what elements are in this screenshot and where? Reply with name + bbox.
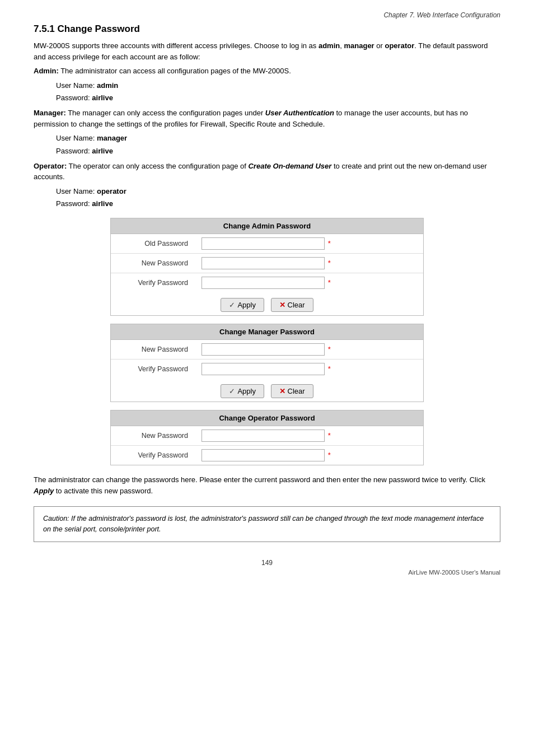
intro-line1: MW-2000S supports three accounts with di… [34, 40, 500, 62]
operator-password: Password: airlive [56, 198, 500, 210]
table-row: New Password * [111, 426, 423, 446]
x-icon: ✕ [279, 301, 285, 309]
manager-apply-label: Apply [237, 387, 256, 395]
table-row: Verify Password * [111, 273, 423, 293]
table-row: Verify Password * [111, 360, 423, 379]
operator-intro: Operator: The operator can only access t… [34, 161, 500, 183]
required-dot: * [328, 451, 331, 459]
verify-password-operator-input[interactable] [202, 449, 325, 461]
description: The administrator can change the passwor… [34, 474, 500, 496]
footer-brand: AirLive MW-2000S User's Manual [34, 569, 500, 576]
check-icon: ✓ [229, 387, 235, 395]
admin-apply-label: Apply [237, 301, 256, 309]
page-number: 149 [34, 559, 500, 567]
old-password-label: Old Password [111, 234, 195, 254]
chapter-header: Chapter 7. Web Interface Configuration [34, 11, 500, 19]
verify-password-operator-label: Verify Password [111, 446, 195, 465]
admin-intro: Admin: The administrator can access all … [34, 66, 500, 77]
caution-text: Caution: If the administrator's password… [43, 515, 484, 533]
table-row: Old Password * [111, 234, 423, 254]
required-dot: * [328, 365, 331, 373]
required-dot: * [328, 345, 331, 353]
old-password-admin-input[interactable] [202, 237, 325, 250]
manager-intro: Manager: The manager can only access the… [34, 108, 500, 129]
admin-clear-label: Clear [288, 301, 305, 309]
caution-box: Caution: If the administrator's password… [34, 506, 500, 542]
required-dot: * [328, 239, 331, 248]
admin-button-row: ✓ Apply ✕ Clear [111, 292, 423, 315]
admin-password-table: Change Admin Password Old Password * New… [110, 218, 424, 316]
verify-password-manager-input[interactable] [202, 363, 325, 375]
new-password-admin-label: New Password [111, 254, 195, 273]
admin-table-title: Change Admin Password [111, 218, 423, 234]
operator-password-table: Change Operator Password New Password * … [110, 410, 424, 465]
admin-apply-button[interactable]: ✓ Apply [221, 298, 264, 312]
manager-apply-button[interactable]: ✓ Apply [221, 384, 264, 398]
new-password-operator-label: New Password [111, 426, 195, 446]
admin-password: Password: airlive [56, 92, 500, 104]
section-title: 7.5.1 Change Password [34, 24, 500, 35]
manager-clear-label: Clear [288, 387, 305, 395]
manager-password: Password: airlive [56, 146, 500, 157]
x-icon: ✕ [279, 387, 285, 395]
table-row: Verify Password * [111, 446, 423, 465]
required-dot: * [328, 431, 331, 440]
operator-username: User Name: operator [56, 186, 500, 198]
verify-password-admin-input[interactable] [202, 277, 325, 289]
table-row: New Password * [111, 340, 423, 360]
check-icon: ✓ [229, 301, 235, 309]
new-password-manager-input[interactable] [202, 343, 325, 356]
verify-password-admin-label: Verify Password [111, 273, 195, 293]
admin-username: User Name: admin [56, 80, 500, 92]
manager-button-row: ✓ Apply ✕ Clear [111, 379, 423, 402]
new-password-operator-input[interactable] [202, 430, 325, 442]
required-dot: * [328, 278, 331, 287]
verify-password-manager-label: Verify Password [111, 360, 195, 379]
new-password-admin-input[interactable] [202, 257, 325, 269]
admin-clear-button[interactable]: ✕ Clear [271, 298, 313, 312]
manager-clear-button[interactable]: ✕ Clear [271, 384, 313, 398]
operator-table-title: Change Operator Password [111, 410, 423, 426]
table-row: New Password * [111, 254, 423, 273]
manager-table-title: Change Manager Password [111, 324, 423, 340]
manager-password-table: Change Manager Password New Password * V… [110, 324, 424, 402]
manager-username: User Name: manager [56, 133, 500, 144]
new-password-manager-label: New Password [111, 340, 195, 360]
required-dot: * [328, 259, 331, 267]
